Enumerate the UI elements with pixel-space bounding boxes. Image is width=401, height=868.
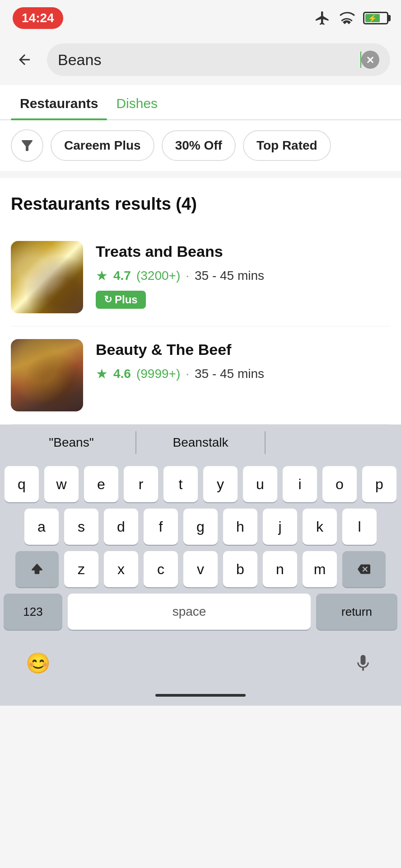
reviews-treats: (3200+) [136,269,180,283]
key-a[interactable]: a [24,509,59,545]
mic-button[interactable] [347,647,379,679]
status-bar: 14:24 ⚡ [0,0,401,36]
key-shift[interactable] [15,551,59,587]
key-f[interactable]: f [144,509,178,545]
keyboard-row-4: 123 space return [4,594,397,630]
delivery-time-beef: 35 - 45 mins [195,367,264,381]
restaurant-info-beef: Beauty & The Beef ★ 4.6 (9999+) · 35 - 4… [96,339,390,382]
key-s[interactable]: s [64,509,98,545]
key-return[interactable]: return [316,594,397,630]
airplane-icon [314,10,331,26]
home-indicator [0,689,401,706]
key-i[interactable]: i [283,466,317,502]
key-j[interactable]: j [263,509,297,545]
key-x[interactable]: x [104,551,138,587]
key-d[interactable]: d [104,509,138,545]
restaurant-name-treats: Treats and Beans [96,243,390,260]
battery-icon: ⚡ [363,12,388,24]
key-space[interactable]: space [68,594,311,630]
key-q[interactable]: q [5,466,39,502]
wifi-icon [338,10,356,26]
key-k[interactable]: k [303,509,337,545]
rating-treats: 4.7 [113,269,131,283]
key-r[interactable]: r [124,466,158,502]
search-container: Beans [0,36,401,85]
key-b[interactable]: b [223,551,257,587]
restaurant-meta-treats: ★ 4.7 (3200+) · 35 - 45 mins [96,268,390,283]
search-input-wrap[interactable]: Beans [47,43,390,76]
filter-careem-plus[interactable]: Careem Plus [51,130,154,161]
key-m[interactable]: m [303,551,337,587]
filter-icon-button[interactable] [11,129,43,162]
rating-beef: 4.6 [113,367,131,381]
keyboard: q w e r t y u i o p a s d f g h j k l z … [0,461,401,640]
restaurant-thumb-beef [11,339,83,411]
key-h[interactable]: h [223,509,257,545]
key-u[interactable]: u [243,466,277,502]
back-button[interactable] [11,46,38,73]
restaurant-info-treats: Treats and Beans ★ 4.7 (3200+) · 35 - 45… [96,241,390,309]
restaurant-meta-beef: ★ 4.6 (9999+) · 35 - 45 mins [96,366,390,382]
tab-restaurants[interactable]: Restaurants [11,85,107,119]
keyboard-row-1: q w e r t y u i o p [4,466,397,502]
filter-30-off[interactable]: 30% Off [162,130,236,161]
autocomplete-bar: "Beans" Beanstalk [0,425,401,461]
tabs-container: Restaurants Dishes [0,85,401,120]
delivery-time-treats: 35 - 45 mins [195,269,264,283]
tab-dishes[interactable]: Dishes [107,85,167,119]
bottom-bar: 😊 [0,640,401,689]
keyboard-row-2: a s d f g h j k l [4,509,397,545]
star-icon-treats: ★ [96,268,108,283]
status-icons: ⚡ [314,10,388,26]
key-y[interactable]: y [203,466,238,502]
restaurant-name-beef: Beauty & The Beef [96,341,390,359]
autocomplete-item-beans[interactable]: "Beans" [7,425,135,461]
home-line [155,694,246,697]
key-e[interactable]: e [84,466,118,502]
star-icon-beef: ★ [96,366,108,382]
keyboard-row-3: z x c v b n m [4,551,397,587]
results-title: Restaurants results (4) [11,194,390,214]
key-o[interactable]: o [322,466,357,502]
key-t[interactable]: t [163,466,198,502]
careem-logo: ↻ [104,294,112,306]
dot-treats: · [186,269,189,283]
key-p[interactable]: p [362,466,396,502]
autocomplete-item-empty [266,425,394,461]
restaurant-item-treats[interactable]: Treats and Beans ★ 4.7 (3200+) · 35 - 45… [11,228,390,326]
plus-badge-treats: ↻ Plus [96,291,146,309]
status-time: 14:24 [13,7,63,29]
key-v[interactable]: v [183,551,218,587]
dot-beef: · [186,367,189,381]
results-section: Restaurants results (4) Treats and Beans… [0,178,401,425]
key-g[interactable]: g [183,509,218,545]
restaurant-item-beef[interactable]: Beauty & The Beef ★ 4.6 (9999+) · 35 - 4… [11,326,390,425]
key-c[interactable]: c [144,551,178,587]
key-n[interactable]: n [263,551,297,587]
key-numbers[interactable]: 123 [4,594,62,630]
clear-button[interactable] [361,51,379,69]
key-delete[interactable] [342,551,386,587]
key-w[interactable]: w [44,466,79,502]
restaurant-thumb-treats [11,241,83,313]
autocomplete-item-beanstalk[interactable]: Beanstalk [136,425,265,461]
emoji-button[interactable]: 😊 [22,647,54,679]
reviews-beef: (9999+) [136,367,180,381]
key-l[interactable]: l [342,509,377,545]
filter-top-rated[interactable]: Top Rated [243,130,331,161]
key-z[interactable]: z [64,551,98,587]
filters-container: Careem Plus 30% Off Top Rated [0,120,401,171]
search-input[interactable]: Beans [58,51,359,69]
